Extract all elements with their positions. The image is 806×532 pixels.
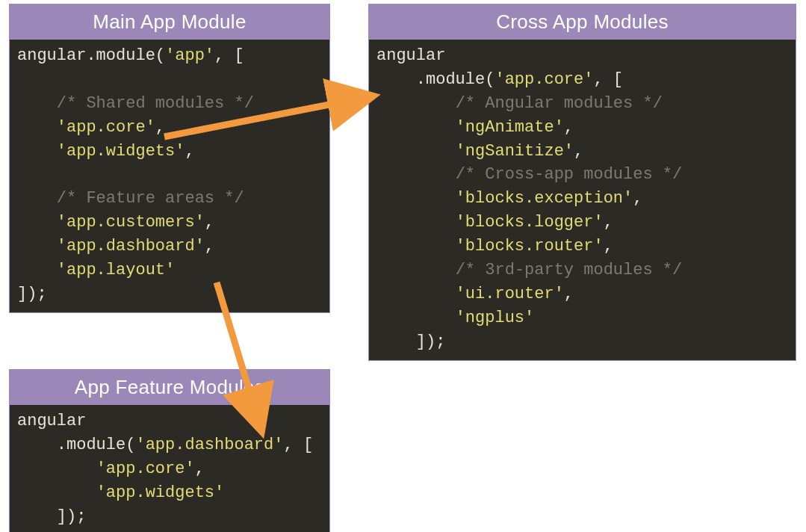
code-token: 'app.layout' (57, 261, 175, 279)
main-code: angular.module('app', [ /* Shared module… (10, 40, 329, 312)
main-app-module-box: Main App Module angular.module('app', [ … (9, 4, 330, 313)
code-token: 'ui.router' (456, 285, 564, 303)
code-token: 'blocks.exception' (456, 189, 633, 208)
code-comment: /* Shared modules */ (57, 94, 254, 113)
code-token: 'blocks.logger' (456, 213, 604, 232)
code-token: , (604, 213, 613, 232)
code-token: , (604, 237, 613, 256)
code-token: ]); (416, 332, 446, 351)
feature-code: angular .module('app.dashboard', [ 'app.… (10, 405, 329, 532)
code-token: , [ (283, 436, 313, 454)
code-token: .module( (86, 46, 165, 65)
code-comment: /* 3rd-party modules */ (456, 261, 683, 279)
code-token: , (205, 237, 214, 256)
code-token: , (574, 142, 583, 161)
code-comment: /* Feature areas */ (57, 189, 244, 208)
code-token: 'ngAnimate' (456, 118, 564, 137)
app-feature-modules-box: App Feature Modules angular .module('app… (9, 369, 330, 532)
code-token: , (564, 118, 574, 137)
code-token: 'app.core' (96, 460, 195, 478)
code-comment: /* Angular modules */ (456, 94, 663, 113)
main-title: Main App Module (10, 4, 329, 40)
feature-title: App Feature Modules (10, 370, 329, 405)
code-token: 'app.customers' (57, 213, 205, 232)
code-token: , (564, 285, 574, 303)
code-token: 'app.widgets' (57, 142, 185, 161)
code-token: , [ (214, 46, 244, 65)
code-token: angular (17, 46, 86, 65)
code-token: .module( (57, 436, 136, 454)
code-token: angular (376, 46, 445, 65)
cross-code: angular .module('app.core', [ /* Angular… (369, 40, 796, 360)
code-token: 'app.dashboard' (57, 237, 205, 256)
code-token: 'app.dashboard' (135, 436, 283, 454)
code-comment: /* Cross-app modules */ (456, 165, 683, 184)
code-token: , (185, 142, 194, 161)
code-token: 'blocks.router' (456, 237, 604, 256)
code-token: 'app.core' (57, 118, 155, 137)
code-token: 'app.core' (495, 70, 593, 89)
cross-title: Cross App Modules (369, 4, 796, 40)
code-token: 'app.widgets' (96, 483, 225, 502)
code-token: , [ (593, 70, 623, 89)
code-token: , (205, 213, 214, 232)
code-token: ]); (17, 285, 47, 303)
code-token: , (155, 118, 165, 137)
code-token: 'ngplus' (456, 309, 535, 327)
code-token: , (195, 460, 205, 478)
code-token: angular (17, 412, 86, 430)
code-token: 'app' (165, 46, 214, 65)
cross-app-modules-box: Cross App Modules angular .module('app.c… (368, 4, 796, 361)
code-token: ]); (57, 507, 87, 526)
code-token: .module( (416, 70, 495, 89)
code-token: , (633, 189, 642, 208)
code-token: 'ngSanitize' (456, 142, 574, 161)
